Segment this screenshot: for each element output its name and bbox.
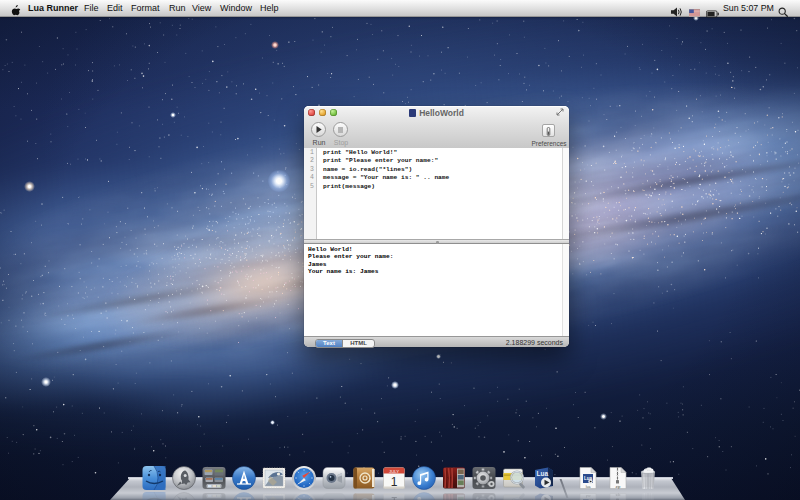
svg-text:Lua: Lua	[537, 470, 549, 477]
svg-text:JULY: JULY	[389, 469, 399, 474]
svg-text:zip: zip	[616, 493, 621, 497]
svg-text:lua: lua	[586, 485, 591, 489]
svg-text:1: 1	[391, 475, 398, 489]
svg-text:zip: zip	[616, 485, 621, 489]
svg-text:lua: lua	[586, 494, 591, 498]
